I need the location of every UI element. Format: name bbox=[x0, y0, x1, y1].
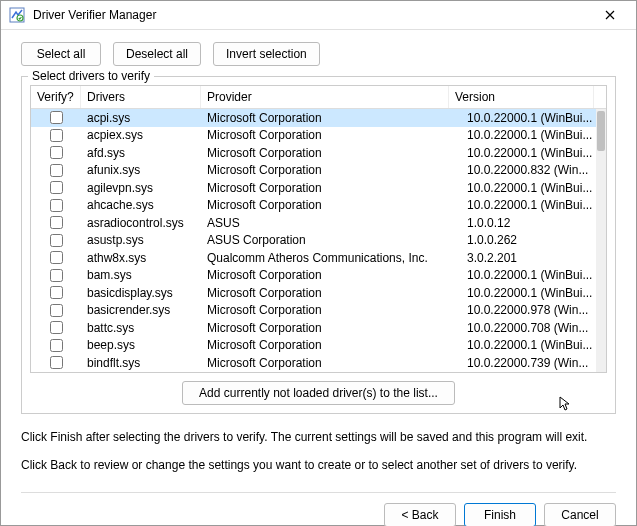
cancel-button[interactable]: Cancel bbox=[544, 503, 616, 527]
version-text: 3.0.2.201 bbox=[461, 250, 606, 266]
driver-name: bindflt.sys bbox=[81, 355, 201, 371]
verify-checkbox[interactable] bbox=[50, 251, 63, 264]
verify-cell bbox=[31, 303, 81, 318]
provider-name: Microsoft Corporation bbox=[201, 180, 461, 196]
version-text: 10.0.22000.1 (WinBui... bbox=[461, 197, 606, 213]
version-text: 10.0.22000.1 (WinBui... bbox=[461, 285, 606, 301]
table-row[interactable]: asustp.sysASUS Corporation1.0.0.262 bbox=[31, 232, 606, 250]
back-button[interactable]: < Back bbox=[384, 503, 456, 527]
provider-name: Microsoft Corporation bbox=[201, 162, 461, 178]
table-row[interactable]: afd.sysMicrosoft Corporation10.0.22000.1… bbox=[31, 144, 606, 162]
verify-checkbox[interactable] bbox=[50, 269, 63, 282]
col-header-version[interactable]: Version bbox=[449, 86, 594, 108]
table-row[interactable]: basicdisplay.sysMicrosoft Corporation10.… bbox=[31, 284, 606, 302]
driver-table: Verify? Drivers Provider Version acpi.sy… bbox=[30, 85, 607, 373]
provider-name: Microsoft Corporation bbox=[201, 127, 461, 143]
invert-selection-button[interactable]: Invert selection bbox=[213, 42, 320, 66]
provider-name: Microsoft Corporation bbox=[201, 355, 461, 371]
version-text: 10.0.22000.708 (Win... bbox=[461, 320, 606, 336]
table-row[interactable]: basicrender.sysMicrosoft Corporation10.0… bbox=[31, 302, 606, 320]
instructions: Click Finish after selecting the drivers… bbox=[21, 428, 616, 484]
table-row[interactable]: afunix.sysMicrosoft Corporation10.0.2200… bbox=[31, 162, 606, 180]
table-body: acpi.sysMicrosoft Corporation10.0.22000.… bbox=[31, 109, 606, 372]
table-row[interactable]: athw8x.sysQualcomm Atheros Communication… bbox=[31, 249, 606, 267]
app-icon bbox=[9, 7, 25, 23]
table-row[interactable]: bindflt.sysMicrosoft Corporation10.0.220… bbox=[31, 354, 606, 372]
driver-name: basicdisplay.sys bbox=[81, 285, 201, 301]
col-header-verify[interactable]: Verify? bbox=[31, 86, 81, 108]
version-text: 1.0.0.262 bbox=[461, 232, 606, 248]
driver-name: bam.sys bbox=[81, 267, 201, 283]
verify-checkbox[interactable] bbox=[50, 181, 63, 194]
deselect-all-button[interactable]: Deselect all bbox=[113, 42, 201, 66]
version-text: 10.0.22000.832 (Win... bbox=[461, 162, 606, 178]
provider-name: Qualcomm Atheros Communications, Inc. bbox=[201, 250, 461, 266]
select-all-button[interactable]: Select all bbox=[21, 42, 101, 66]
verify-cell bbox=[31, 285, 81, 300]
verify-cell bbox=[31, 110, 81, 125]
scrollbar-thumb[interactable] bbox=[597, 111, 605, 151]
driver-name: acpiex.sys bbox=[81, 127, 201, 143]
verify-checkbox[interactable] bbox=[50, 216, 63, 229]
verify-checkbox[interactable] bbox=[50, 111, 63, 124]
verify-cell bbox=[31, 338, 81, 353]
table-header: Verify? Drivers Provider Version bbox=[31, 86, 606, 109]
verify-checkbox[interactable] bbox=[50, 304, 63, 317]
version-text: 10.0.22000.1 (WinBui... bbox=[461, 337, 606, 353]
provider-name: Microsoft Corporation bbox=[201, 285, 461, 301]
driver-name: ahcache.sys bbox=[81, 197, 201, 213]
driver-name: athw8x.sys bbox=[81, 250, 201, 266]
driver-name: asradiocontrol.sys bbox=[81, 215, 201, 231]
verify-checkbox[interactable] bbox=[50, 321, 63, 334]
verify-checkbox[interactable] bbox=[50, 129, 63, 142]
verify-cell bbox=[31, 268, 81, 283]
verify-cell bbox=[31, 233, 81, 248]
add-driver-row: Add currently not loaded driver(s) to th… bbox=[30, 381, 607, 405]
table-row[interactable]: asradiocontrol.sysASUS1.0.0.12 bbox=[31, 214, 606, 232]
verify-checkbox[interactable] bbox=[50, 199, 63, 212]
provider-name: ASUS bbox=[201, 215, 461, 231]
driver-name: acpi.sys bbox=[81, 110, 201, 126]
verify-cell bbox=[31, 198, 81, 213]
provider-name: Microsoft Corporation bbox=[201, 337, 461, 353]
vertical-scrollbar[interactable] bbox=[596, 109, 606, 372]
version-text: 10.0.22000.1 (WinBui... bbox=[461, 145, 606, 161]
verify-checkbox[interactable] bbox=[50, 234, 63, 247]
table-row[interactable]: ahcache.sysMicrosoft Corporation10.0.220… bbox=[31, 197, 606, 215]
table-row[interactable]: beep.sysMicrosoft Corporation10.0.22000.… bbox=[31, 337, 606, 355]
col-header-provider[interactable]: Provider bbox=[201, 86, 449, 108]
table-row[interactable]: battc.sysMicrosoft Corporation10.0.22000… bbox=[31, 319, 606, 337]
driver-name: asustp.sys bbox=[81, 232, 201, 248]
verify-cell bbox=[31, 215, 81, 230]
version-text: 10.0.22000.1 (WinBui... bbox=[461, 127, 606, 143]
add-driver-button[interactable]: Add currently not loaded driver(s) to th… bbox=[182, 381, 455, 405]
table-row[interactable]: agilevpn.sysMicrosoft Corporation10.0.22… bbox=[31, 179, 606, 197]
col-header-drivers[interactable]: Drivers bbox=[81, 86, 201, 108]
version-text: 10.0.22000.1 (WinBui... bbox=[461, 110, 606, 126]
provider-name: Microsoft Corporation bbox=[201, 267, 461, 283]
drivers-groupbox: Select drivers to verify Verify? Drivers… bbox=[21, 76, 616, 414]
table-row[interactable]: bam.sysMicrosoft Corporation10.0.22000.1… bbox=[31, 267, 606, 285]
driver-name: basicrender.sys bbox=[81, 302, 201, 318]
verify-checkbox[interactable] bbox=[50, 286, 63, 299]
verify-checkbox[interactable] bbox=[50, 164, 63, 177]
titlebar: Driver Verifier Manager bbox=[1, 1, 636, 30]
instruction-line-1: Click Finish after selecting the drivers… bbox=[21, 428, 616, 446]
table-row[interactable]: acpiex.sysMicrosoft Corporation10.0.2200… bbox=[31, 127, 606, 145]
finish-button[interactable]: Finish bbox=[464, 503, 536, 527]
wizard-footer: < Back Finish Cancel bbox=[21, 503, 616, 527]
version-text: 1.0.0.12 bbox=[461, 215, 606, 231]
verify-cell bbox=[31, 128, 81, 143]
driver-name: battc.sys bbox=[81, 320, 201, 336]
groupbox-label: Select drivers to verify bbox=[28, 69, 154, 83]
verify-checkbox[interactable] bbox=[50, 146, 63, 159]
verify-checkbox[interactable] bbox=[50, 356, 63, 369]
verify-checkbox[interactable] bbox=[50, 339, 63, 352]
provider-name: Microsoft Corporation bbox=[201, 110, 461, 126]
selection-toolbar: Select all Deselect all Invert selection bbox=[21, 42, 616, 66]
verify-cell bbox=[31, 250, 81, 265]
close-button[interactable] bbox=[588, 1, 632, 29]
content-area: Select all Deselect all Invert selection… bbox=[1, 30, 636, 526]
provider-name: Microsoft Corporation bbox=[201, 320, 461, 336]
table-row[interactable]: acpi.sysMicrosoft Corporation10.0.22000.… bbox=[31, 109, 606, 127]
